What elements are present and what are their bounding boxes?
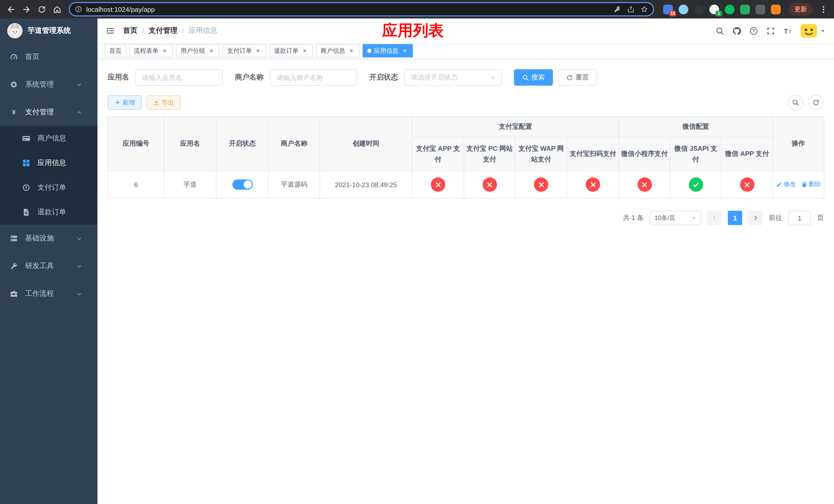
page-size-select[interactable]: 10条/页	[650, 211, 701, 225]
delete-button[interactable]: 删除	[801, 180, 821, 189]
status-select[interactable]: 请选择开启状态	[404, 69, 502, 86]
navbar-actions: ? TT	[716, 23, 826, 39]
sidebar-item[interactable]: 系统管理	[0, 71, 97, 98]
cell-channel	[515, 171, 567, 198]
sidebar-item[interactable]: 工作流程	[0, 280, 97, 307]
extension-icon[interactable]: 1	[709, 4, 719, 14]
refresh-table-button[interactable]	[808, 95, 824, 110]
url-bar[interactable]: localhost:1024/pay/app	[69, 2, 654, 17]
tab-close-icon[interactable]: ×	[161, 47, 168, 54]
search-button[interactable]: 搜索	[514, 69, 553, 86]
merchant-name-label: 商户名称	[235, 73, 264, 82]
extension-icon[interactable]	[740, 4, 750, 14]
sidebar-item[interactable]: ¥支付管理	[0, 98, 97, 126]
next-page-button[interactable]	[748, 211, 763, 225]
sidebar-subitem[interactable]: 支付订单	[0, 175, 97, 200]
add-button[interactable]: 新增	[108, 95, 141, 110]
app-logo	[7, 23, 23, 39]
sidebar-subitem[interactable]: 商户信息	[0, 126, 97, 151]
page-title: 应用列表	[382, 20, 444, 41]
cell-channel	[619, 171, 670, 198]
tags-bar: 首页流程表单×用户分组×支付订单×退款订单×商户信息×应用信息×	[97, 43, 834, 59]
goto-page-input[interactable]	[788, 211, 811, 225]
column-header: 创建时间	[320, 117, 412, 171]
tab-item[interactable]: 支付订单×	[223, 44, 266, 58]
chevron-right-icon	[752, 215, 759, 221]
help-icon[interactable]: ?	[749, 26, 758, 35]
tab-close-icon[interactable]: ×	[301, 47, 308, 54]
status-toggle[interactable]	[232, 180, 253, 190]
extension-icon[interactable]	[679, 4, 688, 14]
bookmark-star-icon[interactable]	[641, 6, 648, 13]
share-icon[interactable]	[627, 6, 635, 13]
export-button[interactable]: 导出	[147, 95, 180, 110]
merchant-name-input[interactable]	[270, 69, 357, 86]
github-icon[interactable]	[732, 26, 741, 35]
tab-item[interactable]: 流程表单×	[129, 44, 173, 58]
app-logo-row[interactable]: 芋道管理系统	[0, 19, 97, 43]
column-header: 微信 APP 支付	[721, 137, 773, 171]
app-name-input[interactable]	[135, 69, 223, 86]
extension-icon[interactable]	[725, 4, 734, 14]
breadcrumb-item[interactable]: 首页	[123, 26, 137, 36]
sidebar-item[interactable]: 研发工具	[0, 252, 97, 280]
browser-forward-button[interactable]	[19, 2, 34, 17]
extension-icon[interactable]	[771, 4, 781, 14]
cell-app-id: 6	[108, 171, 164, 198]
main-area: 首页/支付管理/应用信息 应用列表 ? TT 首页流程表单×用	[97, 19, 834, 504]
column-header: 操作	[773, 117, 824, 171]
page-size-value: 10条/页	[655, 213, 675, 222]
tab-item[interactable]: 应用信息×	[363, 44, 413, 58]
browser-menu-button[interactable]	[815, 2, 831, 17]
tab-close-icon[interactable]: ×	[255, 47, 262, 54]
tab-close-icon[interactable]: ×	[208, 47, 215, 54]
extension-icon[interactable]: 10	[663, 4, 673, 14]
plus-icon	[114, 99, 120, 106]
extension-badge: 10	[670, 10, 676, 16]
cell-channel	[567, 171, 619, 198]
column-group-header: 微信配置	[619, 117, 773, 137]
sidebar-subitem[interactable]: 应用信息	[0, 151, 97, 175]
column-header: 支付宝 APP 支付	[412, 137, 464, 171]
extension-icon[interactable]	[694, 4, 704, 14]
breadcrumb-item[interactable]: 支付管理	[149, 26, 177, 36]
urlbar-actions	[614, 6, 648, 13]
column-header: 支付宝 WAP 网站支付	[515, 137, 567, 171]
browser-back-button[interactable]	[3, 2, 19, 17]
content: 应用名 商户名称 开启状态 请选择开启状态 搜索 重置	[97, 59, 834, 504]
site-info-icon[interactable]	[75, 6, 82, 13]
tab-item[interactable]: 退款订单×	[269, 44, 313, 58]
extension-icon[interactable]	[755, 4, 765, 14]
enabled-check-icon	[688, 177, 703, 192]
user-avatar[interactable]	[800, 23, 826, 39]
sidebar-item[interactable]: 首页	[0, 43, 97, 71]
cell-created-time: 2021-10-23 08:49:25	[320, 171, 412, 198]
extensions-area: 101	[663, 4, 781, 14]
hamburger-icon[interactable]	[106, 26, 115, 36]
toggle-search-button[interactable]	[788, 95, 803, 110]
search-icon[interactable]	[716, 26, 724, 35]
reset-button[interactable]: 重置	[558, 69, 597, 86]
page-number-button[interactable]: 1	[728, 211, 742, 225]
active-tab-dot	[367, 49, 371, 53]
edit-button[interactable]: 修改	[776, 180, 796, 189]
password-key-icon[interactable]	[614, 6, 621, 13]
browser-reload-button[interactable]	[34, 2, 49, 17]
prev-page-button[interactable]	[707, 211, 722, 225]
fullscreen-icon[interactable]	[766, 26, 775, 35]
sidebar-item[interactable]: 基础设施	[0, 225, 97, 252]
home-icon	[52, 5, 61, 14]
tab-close-icon[interactable]: ×	[348, 47, 355, 54]
kebab-menu-icon	[819, 5, 828, 14]
tab-close-icon[interactable]: ×	[401, 47, 408, 54]
search-icon	[522, 74, 529, 81]
font-size-icon[interactable]: TT	[783, 26, 792, 35]
browser-home-button[interactable]	[49, 2, 65, 17]
tab-item[interactable]: 首页	[105, 44, 126, 58]
tool-icon	[9, 262, 19, 270]
sidebar-subitem[interactable]: 退款订单	[0, 200, 97, 225]
tab-item[interactable]: 商户信息×	[316, 44, 359, 58]
browser-update-button[interactable]: 更新	[789, 3, 812, 15]
tab-item[interactable]: 用户分组×	[176, 44, 220, 58]
column-header: 支付宝 PC 网站支付	[464, 137, 515, 171]
